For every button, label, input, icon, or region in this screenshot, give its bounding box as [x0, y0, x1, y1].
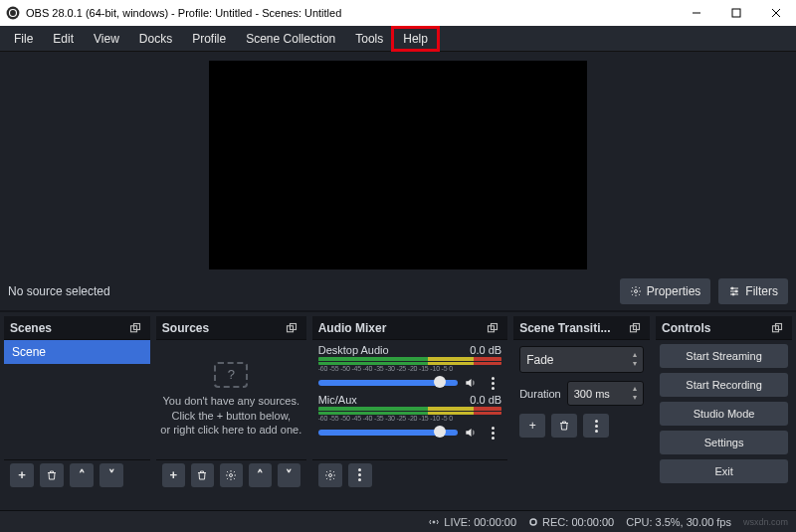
audio-mixer-dock: Audio Mixer Desktop Audio0.0 dB -60 -55 …	[312, 316, 507, 489]
menubar: File Edit View Docks Profile Scene Colle…	[0, 26, 796, 52]
menu-view[interactable]: View	[84, 28, 129, 50]
channel-menu-button[interactable]	[484, 424, 501, 442]
broadcast-icon	[428, 516, 440, 528]
filters-button[interactable]: Filters	[718, 278, 788, 304]
exit-button[interactable]: Exit	[660, 459, 788, 483]
svg-rect-3	[732, 9, 740, 17]
menu-scene-collection[interactable]: Scene Collection	[236, 28, 345, 50]
scene-down-button[interactable]: ˅	[100, 463, 123, 487]
scene-item[interactable]: Scene	[4, 340, 150, 364]
record-icon	[528, 517, 538, 527]
remove-transition-button[interactable]	[551, 414, 577, 438]
menu-edit[interactable]: Edit	[43, 28, 84, 50]
mixer-menu-button[interactable]	[348, 463, 372, 487]
live-status: LIVE: 00:00:00	[428, 516, 516, 528]
duration-spinbox[interactable]: 300 ms ▴▾	[567, 381, 644, 406]
transition-select[interactable]: Fade ▴▾	[519, 346, 644, 373]
start-streaming-button[interactable]: Start Streaming	[660, 344, 788, 368]
popup-icon[interactable]	[283, 319, 300, 337]
obs-logo-icon	[6, 6, 20, 20]
menu-profile[interactable]: Profile	[182, 28, 236, 50]
transitions-body: Fade ▴▾ Duration 300 ms ▴▾ +	[513, 340, 650, 489]
channel-menu-button[interactable]	[484, 374, 501, 392]
minimize-button[interactable]	[677, 0, 716, 26]
question-icon: ?	[214, 362, 248, 388]
level-meter	[318, 357, 501, 365]
window-titlebar: OBS 28.0.1 (64-bit, windows) - Profile: …	[0, 0, 796, 26]
mixer-settings-button[interactable]	[318, 463, 342, 487]
watermark: wsxdn.com	[743, 517, 788, 527]
mixer-channel-mic: Mic/Aux0.0 dB -60 -55 -50 -45 -40 -35 -3…	[318, 394, 501, 442]
popup-icon[interactable]	[768, 319, 786, 337]
svg-point-6	[634, 290, 637, 293]
trash-icon	[196, 469, 208, 481]
window-title: OBS 28.0.1 (64-bit, windows) - Profile: …	[26, 7, 341, 19]
remove-source-button[interactable]	[191, 463, 214, 487]
mixer-header: Audio Mixer	[312, 316, 507, 340]
popup-icon[interactable]	[126, 319, 144, 337]
transitions-header: Scene Transiti...	[513, 316, 650, 340]
scene-up-button[interactable]: ˄	[70, 463, 94, 487]
filters-icon	[728, 285, 740, 297]
duration-label: Duration	[519, 388, 561, 400]
gear-icon	[225, 469, 237, 481]
controls-body: Start Streaming Start Recording Studio M…	[656, 340, 792, 489]
scenes-list[interactable]: Scene	[4, 340, 150, 459]
transitions-dock: Scene Transiti... Fade ▴▾ Duration 300 m…	[513, 316, 650, 489]
sources-header: Sources	[156, 316, 306, 340]
svg-point-10	[731, 287, 733, 289]
meter-ticks: -60 -55 -50 -45 -40 -35 -30 -25 -20 -15 …	[318, 365, 501, 372]
rec-status: REC: 00:00:00	[528, 516, 614, 528]
maximize-button[interactable]	[716, 0, 756, 26]
scenes-header: Scenes	[4, 316, 150, 340]
speaker-icon[interactable]	[462, 424, 480, 442]
source-down-button[interactable]: ˅	[278, 463, 300, 487]
controls-header: Controls	[656, 316, 792, 340]
gear-icon	[630, 285, 642, 297]
remove-scene-button[interactable]	[40, 463, 64, 487]
sources-list[interactable]: ? You don't have any sources. Click the …	[156, 340, 306, 459]
channel-level: 0.0 dB	[470, 394, 501, 406]
source-up-button[interactable]: ˄	[249, 463, 272, 487]
preview-toolbar: No source selected Properties Filters	[0, 272, 796, 312]
svg-point-11	[735, 290, 737, 292]
svg-point-26	[530, 519, 536, 525]
popup-icon[interactable]	[484, 319, 501, 337]
updown-icon: ▴▾	[633, 385, 637, 402]
speaker-icon[interactable]	[462, 374, 480, 392]
channel-name: Mic/Aux	[318, 394, 357, 406]
preview-area[interactable]	[0, 52, 796, 272]
updown-icon: ▴▾	[633, 351, 637, 368]
level-meter	[318, 407, 501, 415]
menu-file[interactable]: File	[4, 28, 43, 50]
scenes-dock: Scenes Scene + ˄ ˅	[4, 316, 150, 489]
channel-level: 0.0 dB	[470, 344, 501, 356]
menu-docks[interactable]: Docks	[129, 28, 182, 50]
start-recording-button[interactable]: Start Recording	[660, 373, 788, 397]
gear-icon	[324, 469, 336, 481]
sources-hint: You don't have any sources. Click the + …	[160, 394, 301, 439]
popup-icon[interactable]	[626, 319, 644, 337]
studio-mode-button[interactable]: Studio Mode	[660, 402, 788, 426]
source-properties-button[interactable]	[220, 463, 243, 487]
sources-dock: Sources ? You don't have any sources. Cl…	[156, 316, 306, 489]
svg-point-12	[732, 293, 734, 295]
add-transition-button[interactable]: +	[519, 414, 545, 438]
channel-name: Desktop Audio	[318, 344, 389, 356]
preview-canvas	[209, 61, 587, 269]
menu-help[interactable]: Help	[393, 28, 438, 50]
close-button[interactable]	[756, 0, 796, 26]
menu-tools[interactable]: Tools	[345, 28, 393, 50]
settings-button[interactable]: Settings	[660, 431, 788, 454]
mixer-channel-desktop: Desktop Audio0.0 dB -60 -55 -50 -45 -40 …	[318, 344, 501, 392]
meter-ticks: -60 -55 -50 -45 -40 -35 -30 -25 -20 -15 …	[318, 415, 501, 422]
transition-menu-button[interactable]	[583, 414, 609, 438]
docks-row: Scenes Scene + ˄ ˅ Sources ? You don't h…	[0, 312, 796, 489]
no-source-label: No source selected	[8, 284, 612, 298]
properties-button[interactable]: Properties	[620, 278, 711, 304]
add-source-button[interactable]: +	[162, 463, 185, 487]
add-scene-button[interactable]: +	[10, 463, 34, 487]
volume-slider[interactable]	[318, 430, 458, 436]
volume-slider[interactable]	[318, 380, 458, 386]
controls-dock: Controls Start Streaming Start Recording…	[656, 316, 792, 489]
